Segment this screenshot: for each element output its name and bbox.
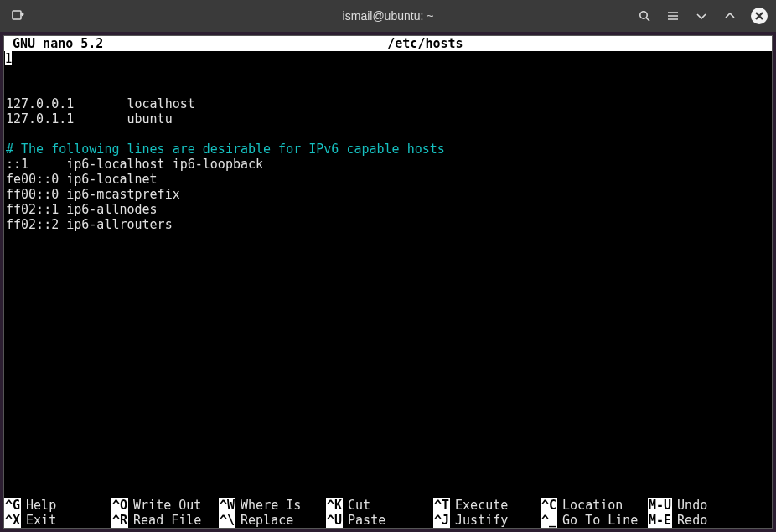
shortcut-item: ^WWhere Is	[219, 498, 326, 513]
shortcut-label: Exit	[26, 513, 56, 528]
shortcut-key: ^K	[326, 498, 343, 513]
editor-line	[4, 127, 772, 142]
shortcut-key: ^T	[433, 498, 450, 513]
shortcut-label: Undo	[677, 498, 707, 513]
shortcut-row: ^XExit^RRead File^\Replace^UPaste^JJusti…	[4, 513, 772, 528]
shortcut-row: ^GHelp^OWrite Out^WWhere Is^KCut^TExecut…	[4, 498, 772, 513]
svg-point-1	[640, 12, 647, 18]
nano-app-label: GNU nano 5.2	[13, 36, 106, 51]
shortcut-item: ^\Replace	[219, 513, 326, 528]
shortcut-label: Execute	[455, 498, 508, 513]
shortcut-key: ^J	[433, 513, 450, 528]
shortcut-key: ^O	[111, 498, 128, 513]
editor-line: ff02::2 ip6-allrouters	[4, 217, 772, 232]
shortcut-label: Justify	[455, 513, 508, 528]
editor-line: ff02::1 ip6-allnodes	[4, 202, 772, 217]
shortcut-label: Replace	[241, 513, 293, 528]
terminal[interactable]: GNU nano 5.2 /etc/hosts 1 127.0.0.1 loca…	[3, 35, 773, 529]
shortcut-key: M-U	[648, 498, 672, 513]
editor-line: 127.0.0.1 localhost	[4, 96, 772, 111]
editor-line: 127.0.1.1 ubuntu	[4, 111, 772, 127]
shortcut-label: Redo	[677, 513, 707, 528]
hamburger-menu-icon[interactable]	[665, 8, 680, 23]
nano-shortcut-bar: ^GHelp^OWrite Out^WWhere Is^KCut^TExecut…	[4, 498, 772, 528]
shortcut-label: Write Out	[133, 498, 201, 513]
search-icon[interactable]	[637, 8, 652, 23]
shortcut-key: ^\	[219, 513, 235, 528]
editor-line: ::1 ip6-localhost ip6-loopback	[4, 157, 772, 172]
shortcut-item: ^GHelp	[4, 498, 111, 513]
shortcut-label: Go To Line	[562, 513, 638, 528]
editor-line: fe00::0 ip6-localnet	[4, 172, 772, 187]
shortcut-key: M-E	[648, 513, 672, 528]
window-titlebar: ismail@ubuntu: ~	[0, 0, 776, 32]
close-icon	[755, 12, 763, 20]
shortcut-item: ^OWrite Out	[111, 498, 219, 513]
shortcut-item: M-UUndo	[648, 498, 740, 513]
shortcut-item: M-ERedo	[648, 513, 740, 528]
shortcut-key: ^_	[541, 513, 557, 528]
nano-filename: /etc/hosts	[387, 36, 463, 51]
shortcut-item: ^TExecute	[433, 498, 541, 513]
editor-line: ff00::0 ip6-mcastprefix	[4, 187, 772, 202]
shortcut-label: Where Is	[241, 498, 301, 513]
shortcut-item: ^KCut	[326, 498, 433, 513]
shortcut-item: ^RRead File	[111, 513, 219, 528]
text-cursor: 1	[5, 51, 12, 65]
maximize-icon[interactable]	[722, 8, 737, 23]
terminal-frame: GNU nano 5.2 /etc/hosts 1 127.0.0.1 loca…	[0, 32, 776, 532]
shortcut-label: Paste	[348, 513, 385, 528]
svg-rect-0	[13, 11, 21, 19]
shortcut-item: ^_Go To Line	[541, 513, 648, 528]
shortcut-label: Location	[562, 498, 623, 513]
minimize-icon[interactable]	[694, 8, 709, 23]
shortcut-key: ^G	[4, 498, 21, 513]
new-tab-icon[interactable]	[10, 8, 25, 23]
editor-area[interactable]: 1 127.0.0.1 localhost127.0.1.1 ubuntu# T…	[4, 51, 772, 498]
shortcut-label: Read File	[133, 513, 201, 528]
close-button[interactable]	[751, 8, 768, 24]
nano-titlebar: GNU nano 5.2 /etc/hosts	[4, 36, 772, 51]
editor-line: # The following lines are desirable for …	[4, 142, 772, 157]
shortcut-key: ^C	[541, 498, 557, 513]
shortcut-key: ^X	[4, 513, 21, 528]
shortcut-label: Cut	[348, 498, 370, 513]
shortcut-item: ^UPaste	[326, 513, 433, 528]
shortcut-key: ^R	[111, 513, 128, 528]
shortcut-item: ^CLocation	[541, 498, 648, 513]
shortcut-key: ^U	[326, 513, 343, 528]
shortcut-item: ^JJustify	[433, 513, 541, 528]
shortcut-item: ^XExit	[4, 513, 111, 528]
shortcut-key: ^W	[219, 498, 235, 513]
shortcut-label: Help	[26, 498, 56, 513]
